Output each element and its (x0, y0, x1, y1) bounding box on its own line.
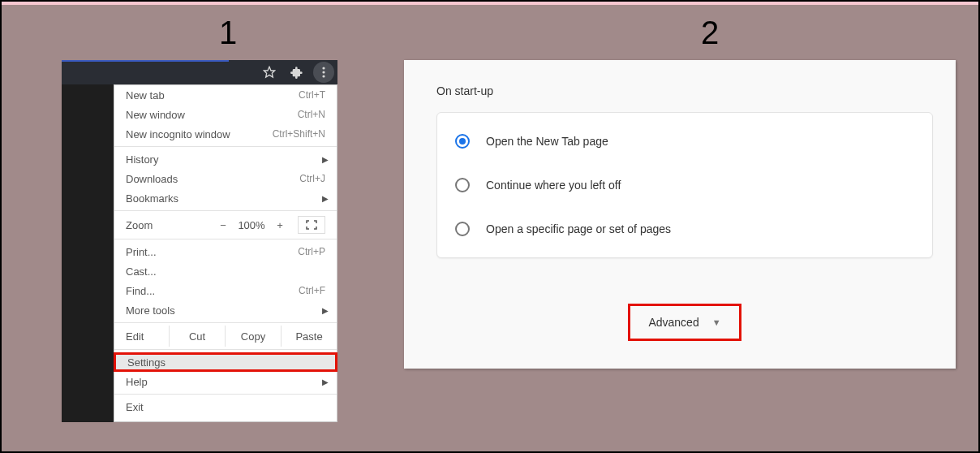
menu-shortcut: Ctrl+N (298, 109, 325, 120)
chrome-menu-panel: New tab Ctrl+T New window Ctrl+N New inc… (62, 60, 337, 422)
menu-label: New incognito window (126, 128, 273, 140)
submenu-arrow-icon: ▶ (322, 194, 329, 203)
chevron-down-icon: ▼ (712, 317, 721, 327)
menu-item-new-tab[interactable]: New tab Ctrl+T (114, 85, 337, 105)
menu-divider (114, 146, 337, 147)
menu-item-new-window[interactable]: New window Ctrl+N (114, 105, 337, 124)
radio-continue-left-off[interactable]: Continue where you left off (437, 163, 932, 207)
menu-shortcut: Ctrl+Shift+N (273, 128, 325, 140)
radio-open-specific-page[interactable]: Open a specific page or set of pages (437, 207, 932, 251)
svg-marker-0 (264, 67, 274, 77)
submenu-arrow-icon: ▶ (322, 378, 329, 386)
active-tab-strip (62, 60, 229, 84)
menu-item-exit[interactable]: Exit (114, 397, 337, 416)
menu-item-find[interactable]: Find... Ctrl+F (114, 281, 337, 300)
star-bookmark-icon[interactable] (258, 62, 281, 83)
step-2-label: 2 (701, 15, 719, 51)
submenu-arrow-icon: ▶ (322, 306, 329, 315)
menu-item-new-incognito[interactable]: New incognito window Ctrl+Shift+N (114, 124, 337, 144)
menu-label: Settings (127, 356, 324, 369)
menu-item-cast[interactable]: Cast... (114, 261, 337, 281)
radio-icon (455, 134, 470, 149)
paste-button[interactable]: Paste (282, 326, 337, 347)
cut-button[interactable]: Cut (170, 326, 226, 347)
menu-label: New tab (126, 89, 299, 101)
zoom-in-button[interactable]: + (270, 219, 290, 231)
menu-shortcut: Ctrl+P (298, 246, 325, 257)
extensions-puzzle-icon[interactable] (286, 62, 308, 83)
radio-label: Continue where you left off (486, 179, 621, 192)
menu-item-history[interactable]: History ▶ (114, 149, 337, 169)
menu-shortcut: Ctrl+T (299, 89, 325, 101)
radio-open-new-tab[interactable]: Open the New Tab page (437, 119, 932, 163)
copy-button[interactable]: Copy (226, 326, 282, 347)
section-title: On start-up (436, 84, 933, 97)
menu-item-more-tools[interactable]: More tools ▶ (114, 300, 337, 320)
menu-item-help[interactable]: Help ▶ (114, 372, 337, 391)
settings-startup-panel: On start-up Open the New Tab page Contin… (404, 60, 956, 369)
top-accent-strip (2, 2, 978, 5)
menu-label: Help (126, 376, 325, 388)
fullscreen-icon (306, 220, 317, 230)
chrome-dropdown-menu: New tab Ctrl+T New window Ctrl+N New inc… (114, 84, 337, 422)
menu-label: Print... (126, 246, 298, 258)
radio-icon (455, 178, 470, 192)
menu-label: Find... (126, 285, 299, 297)
advanced-label: Advanced (648, 316, 698, 329)
radio-label: Open the New Tab page (486, 135, 608, 148)
menu-item-edit-row: Edit Cut Copy Paste (114, 326, 337, 347)
menu-label: Bookmarks (126, 192, 325, 205)
menu-label: Exit (126, 401, 325, 413)
menu-item-bookmarks[interactable]: Bookmarks ▶ (114, 188, 337, 208)
browser-dark-area (62, 84, 114, 422)
menu-divider (114, 210, 337, 211)
zoom-label: Zoom (126, 219, 213, 231)
svg-point-1 (322, 67, 325, 69)
svg-point-3 (322, 75, 325, 77)
menu-item-downloads[interactable]: Downloads Ctrl+J (114, 169, 337, 188)
kebab-menu-icon[interactable] (313, 62, 334, 83)
svg-point-2 (322, 71, 325, 73)
fullscreen-button[interactable] (298, 216, 325, 234)
menu-label: Downloads (126, 173, 299, 185)
menu-shortcut: Ctrl+F (299, 285, 325, 296)
menu-label: Cast... (126, 265, 325, 278)
menu-item-print[interactable]: Print... Ctrl+P (114, 242, 337, 261)
menu-shortcut: Ctrl+J (299, 173, 325, 184)
browser-toolbar (62, 60, 337, 84)
radio-icon (455, 222, 470, 236)
menu-item-zoom: Zoom − 100% + (114, 214, 337, 236)
menu-item-settings[interactable]: Settings (114, 352, 337, 372)
submenu-arrow-icon: ▶ (322, 155, 329, 164)
menu-divider (114, 322, 337, 323)
menu-label: History (126, 153, 325, 166)
menu-label: More tools (126, 304, 325, 317)
menu-divider (114, 349, 337, 350)
menu-label: New window (126, 109, 298, 121)
edit-label: Edit (114, 326, 170, 347)
menu-divider (114, 394, 337, 395)
radio-label: Open a specific page or set of pages (486, 222, 671, 235)
startup-options-card: Open the New Tab page Continue where you… (436, 112, 933, 258)
advanced-toggle-button[interactable]: Advanced ▼ (628, 304, 741, 341)
zoom-value: 100% (233, 219, 270, 231)
step-1-label: 1 (219, 15, 237, 51)
menu-divider (114, 239, 337, 239)
zoom-out-button[interactable]: − (213, 219, 233, 231)
